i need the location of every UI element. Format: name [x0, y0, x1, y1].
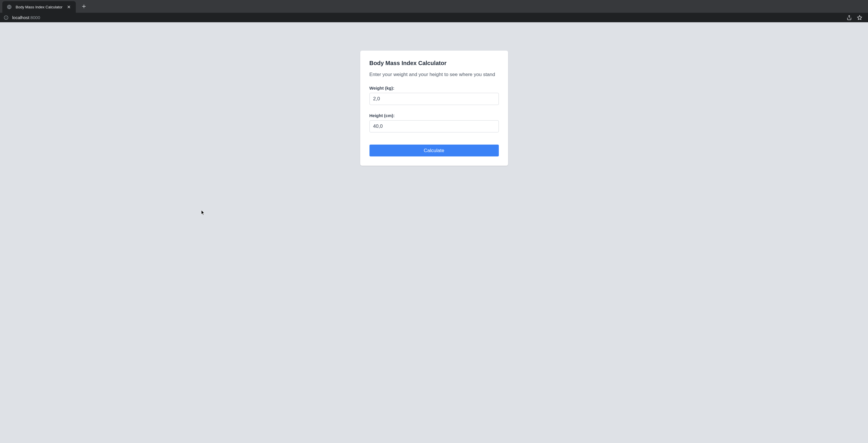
url-host: localhost	[12, 15, 29, 20]
url-port: :8000	[29, 15, 40, 20]
site-info-icon[interactable]	[3, 15, 9, 20]
browser-tab[interactable]: Body Mass Index Calculator	[2, 1, 76, 13]
height-label: Height (cm):	[370, 113, 499, 118]
bookmark-star-icon[interactable]	[857, 15, 862, 20]
address-actions	[846, 15, 865, 20]
tab-bar: Body Mass Index Calculator	[0, 0, 868, 13]
globe-icon	[7, 5, 11, 9]
bmi-card: Body Mass Index Calculator Enter your we…	[360, 51, 508, 166]
page-viewport: Body Mass Index Calculator Enter your we…	[0, 22, 868, 443]
address-bar: localhost:8000	[0, 13, 868, 22]
url-input[interactable]: localhost:8000	[12, 15, 843, 20]
tab-title: Body Mass Index Calculator	[16, 5, 62, 9]
card-title: Body Mass Index Calculator	[370, 60, 499, 66]
weight-input[interactable]	[370, 93, 499, 105]
new-tab-button[interactable]	[80, 2, 88, 10]
height-field: Height (cm):	[370, 113, 499, 132]
height-input[interactable]	[370, 120, 499, 132]
calculate-button[interactable]: Calculate	[370, 145, 499, 156]
card-subtitle: Enter your weight and your height to see…	[370, 72, 499, 77]
weight-label: Weight (kg):	[370, 86, 499, 91]
close-icon[interactable]	[66, 5, 71, 9]
svg-marker-5	[858, 15, 862, 20]
browser-chrome: Body Mass Index Calculator localhost:800…	[0, 0, 868, 22]
weight-field: Weight (kg):	[370, 86, 499, 105]
share-icon[interactable]	[846, 15, 852, 20]
